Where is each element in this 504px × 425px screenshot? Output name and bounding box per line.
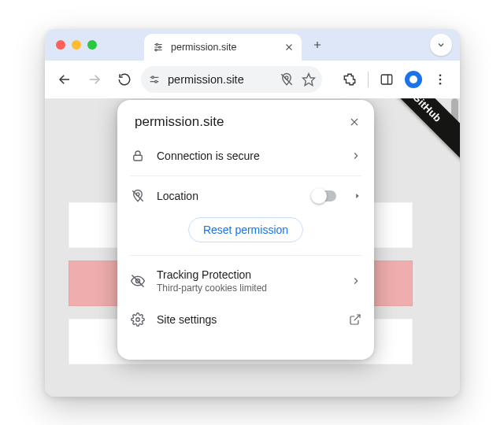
- site-settings-row[interactable]: Site settings: [117, 303, 374, 336]
- site-settings-label: Site settings: [157, 313, 338, 326]
- svg-point-5: [155, 49, 157, 50]
- separator: [130, 176, 361, 176]
- divider: [368, 72, 369, 87]
- svg-rect-26: [134, 155, 143, 161]
- menu-button[interactable]: [427, 66, 454, 93]
- svg-point-3: [159, 46, 161, 48]
- omnibox-actions: [280, 72, 316, 87]
- lock-icon: [130, 149, 146, 163]
- svg-marker-29: [356, 194, 358, 198]
- location-label: Location: [157, 190, 302, 202]
- window-controls: [56, 40, 97, 50]
- reset-permission-row: Reset permission: [117, 213, 374, 252]
- address-bar[interactable]: permission.site: [141, 66, 322, 93]
- chevron-right-icon: [350, 275, 361, 286]
- extensions-button[interactable]: [336, 66, 363, 93]
- minimize-window-button[interactable]: [72, 40, 81, 50]
- github-ribbon-text: n GitHub: [403, 98, 443, 124]
- connection-label: Connection is secure: [157, 150, 339, 162]
- toolbar-right: [336, 66, 454, 93]
- toolbar: permission.site: [45, 61, 460, 98]
- location-blocked-icon: [130, 189, 146, 203]
- eye-off-icon: [130, 273, 146, 289]
- location-blocked-icon[interactable]: [280, 72, 294, 87]
- reset-permission-button[interactable]: Reset permission: [188, 217, 303, 242]
- bookmark-star-icon[interactable]: [302, 72, 316, 87]
- page-content: n GitHub Camera permission.site: [45, 98, 460, 397]
- location-toggle[interactable]: [313, 190, 336, 201]
- svg-marker-18: [303, 74, 315, 86]
- github-ribbon[interactable]: n GitHub: [359, 98, 460, 168]
- reload-button[interactable]: [111, 66, 138, 93]
- svg-point-23: [439, 83, 442, 85]
- close-window-button[interactable]: [56, 40, 65, 50]
- sliders-icon: [152, 42, 165, 53]
- sidepanel-button[interactable]: [373, 66, 400, 93]
- forward-button[interactable]: [81, 66, 108, 93]
- svg-point-22: [439, 79, 442, 81]
- browser-tab[interactable]: permission.site: [144, 34, 302, 61]
- tracking-sublabel: Third-party cookies limited: [157, 283, 339, 294]
- gear-icon: [130, 312, 146, 327]
- external-link-icon: [349, 313, 361, 326]
- back-button[interactable]: [51, 66, 78, 93]
- svg-point-21: [439, 74, 442, 76]
- omnibox-url: permission.site: [168, 73, 273, 86]
- chevron-right-icon: [350, 150, 361, 161]
- svg-point-13: [152, 76, 154, 79]
- location-permission-row: Location: [117, 179, 374, 213]
- profile-avatar[interactable]: [405, 71, 422, 88]
- tab-strip: permission.site: [45, 29, 460, 61]
- site-info-popup: permission.site Connection is secure: [117, 100, 374, 360]
- tabs-dropdown-button[interactable]: [430, 34, 452, 56]
- site-controls-icon[interactable]: [147, 72, 161, 87]
- separator: [130, 255, 361, 256]
- svg-point-15: [155, 80, 158, 83]
- close-tab-button[interactable]: [284, 42, 294, 52]
- tracking-protection-row[interactable]: Tracking Protection Third-party cookies …: [117, 259, 374, 303]
- svg-point-1: [156, 43, 158, 45]
- maximize-window-button[interactable]: [87, 40, 97, 50]
- svg-line-33: [354, 315, 360, 320]
- svg-rect-19: [381, 75, 392, 84]
- svg-point-32: [136, 318, 140, 322]
- close-popup-button[interactable]: [349, 116, 360, 128]
- triangle-right-icon[interactable]: [354, 192, 361, 200]
- tracking-label: Tracking Protection Third-party cookies …: [157, 268, 339, 294]
- browser-window: permission.site: [45, 29, 460, 397]
- tab-title: permission.site: [171, 42, 236, 53]
- connection-secure-row[interactable]: Connection is secure: [117, 139, 374, 172]
- popup-site-name: permission.site: [135, 114, 224, 130]
- new-tab-button[interactable]: [306, 34, 328, 56]
